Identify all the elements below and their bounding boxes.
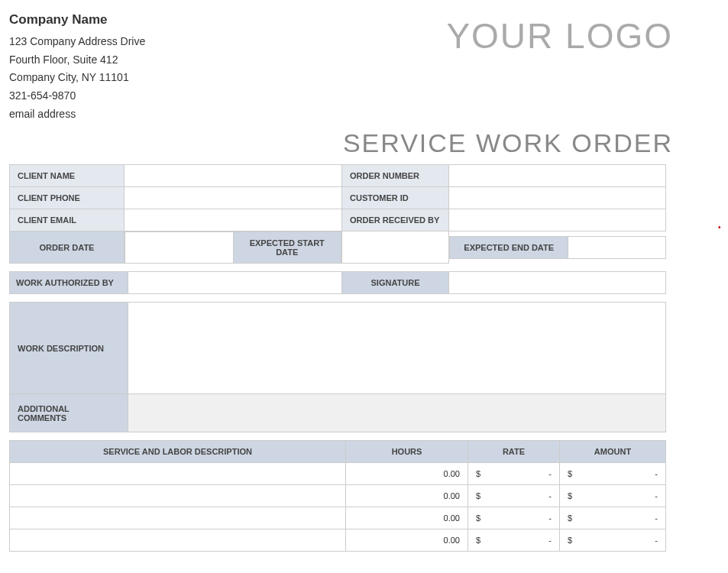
- label-work-authorized-by: WORK AUTHORIZED BY: [10, 272, 128, 294]
- label-expected-start: EXPECTED START DATE: [233, 231, 341, 263]
- label-work-description: WORK DESCRIPTION: [10, 303, 128, 394]
- cell-amount: $-: [560, 463, 666, 485]
- cell-hours: 0.00: [346, 485, 468, 507]
- cell-amount: $-: [560, 485, 666, 507]
- label-client-name: CLIENT NAME: [10, 164, 125, 186]
- company-email: email address: [9, 105, 145, 124]
- authorization-table: WORK AUTHORIZED BY SIGNATURE: [9, 271, 666, 294]
- cell-desc: [10, 485, 346, 507]
- label-customer-id: CUSTOMER ID: [342, 186, 449, 209]
- value-additional-comments: [128, 394, 666, 432]
- company-phone: 321-654-9870: [9, 87, 145, 105]
- cell-desc: [10, 463, 346, 485]
- cell-hours: 0.00: [346, 507, 468, 529]
- value-order-date: [125, 231, 234, 263]
- col-amount: AMOUNT: [560, 441, 666, 463]
- company-address-line2: Fourth Floor, Suite 412: [9, 51, 145, 70]
- col-rate: RATE: [468, 441, 560, 463]
- label-client-phone: CLIENT PHONE: [10, 186, 125, 209]
- value-work-description: [128, 303, 666, 394]
- label-signature: SIGNATURE: [342, 272, 449, 294]
- value-order-received-by: [449, 209, 666, 231]
- line-items-table: SERVICE AND LABOR DESCRIPTION HOURS RATE…: [9, 440, 666, 552]
- value-expected-start: [342, 231, 449, 264]
- cell-desc: [10, 507, 346, 529]
- col-hours: HOURS: [346, 441, 468, 463]
- cell-amount: $-: [560, 529, 666, 552]
- col-service-desc: SERVICE AND LABOR DESCRIPTION: [10, 441, 346, 463]
- value-signature: [449, 272, 666, 294]
- company-city-line: Company City, NY 11101: [9, 69, 145, 87]
- label-expected-end: EXPECTED END DATE: [450, 236, 568, 258]
- cell-desc: [10, 529, 346, 552]
- client-info-table: CLIENT NAME ORDER NUMBER CLIENT PHONE CU…: [9, 164, 666, 264]
- cell-rate: $-: [468, 507, 560, 529]
- document-title: SERVICE WORK ORDER: [9, 128, 673, 158]
- value-client-phone: [125, 186, 342, 209]
- label-additional-comments: ADDITIONAL COMMENTS: [10, 394, 128, 432]
- cell-hours: 0.00: [346, 529, 468, 552]
- value-client-email: [125, 209, 342, 231]
- label-client-email: CLIENT EMAIL: [10, 209, 125, 231]
- marker-dot-icon: •: [718, 223, 721, 231]
- line-item-row: 0.00 $- $-: [10, 485, 666, 507]
- logo-placeholder: YOUR LOGO: [446, 15, 673, 57]
- company-info: Company Name 123 Company Address Drive F…: [9, 9, 145, 124]
- line-item-row: 0.00 $- $-: [10, 463, 666, 485]
- label-order-number: ORDER NUMBER: [342, 164, 449, 186]
- label-order-received-by: ORDER RECEIVED BY: [342, 209, 449, 231]
- company-name: Company Name: [9, 9, 145, 31]
- value-order-number: [449, 164, 666, 186]
- work-description-table: WORK DESCRIPTION ADDITIONAL COMMENTS: [9, 302, 666, 432]
- value-customer-id: [449, 186, 666, 209]
- value-expected-end: [568, 236, 665, 258]
- cell-rate: $-: [468, 485, 560, 507]
- value-client-name: [125, 164, 342, 186]
- label-order-date: ORDER DATE: [10, 231, 125, 264]
- cell-hours: 0.00: [346, 463, 468, 485]
- cell-rate: $-: [468, 463, 560, 485]
- company-address-line1: 123 Company Address Drive: [9, 33, 145, 51]
- cell-rate: $-: [468, 529, 560, 552]
- value-work-authorized-by: [128, 272, 342, 294]
- cell-amount: $-: [560, 507, 666, 529]
- line-item-row: 0.00 $- $-: [10, 529, 666, 552]
- line-item-row: 0.00 $- $-: [10, 507, 666, 529]
